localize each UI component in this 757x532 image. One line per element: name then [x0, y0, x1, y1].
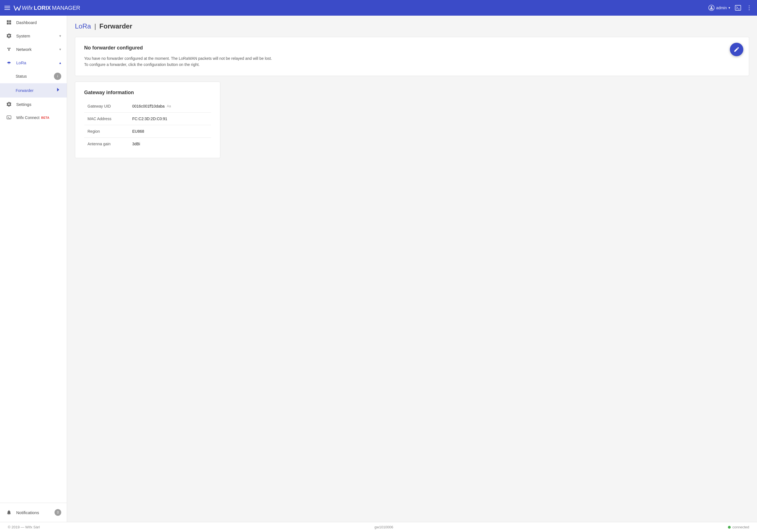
title-lora: LoRa: [75, 22, 91, 30]
logo-manager: MANAGER: [52, 5, 80, 11]
wifx-connect-icon: [6, 115, 12, 120]
no-forwarder-title: No forwarder configured: [84, 45, 740, 51]
title-forwarder: Forwarder: [100, 22, 132, 30]
bell-icon: [6, 510, 12, 515]
gateway-card-title: Gateway information: [84, 90, 211, 96]
connected-dot: [728, 526, 731, 529]
sidebar-sub-item-forwarder[interactable]: Forwarder: [0, 83, 67, 98]
gateway-id: gw1010006: [375, 525, 393, 529]
settings-gear-icon: [6, 102, 12, 107]
sidebar: Dashboard System ▾ Network ▾ LoRa ▴: [0, 15, 67, 522]
settings-label: Settings: [16, 102, 61, 107]
svg-point-3: [749, 10, 750, 10]
admin-menu[interactable]: admin ▾: [708, 5, 730, 11]
person-icon: [708, 5, 714, 11]
page-title: LoRa | Forwarder: [75, 22, 749, 30]
forwarder-label: Forwarder: [15, 88, 34, 93]
forwarder-active-arrow: [55, 87, 61, 94]
svg-point-9: [9, 64, 9, 64]
svg-point-1: [749, 6, 750, 6]
main-content: LoRa | Forwarder No forwarder configured…: [67, 15, 757, 522]
connection-status: connected: [728, 525, 749, 529]
more-button[interactable]: [746, 5, 752, 11]
copy-uid-icon[interactable]: Aa: [167, 104, 171, 108]
chevron-down-icon: ▾: [729, 6, 730, 10]
sidebar-bottom: Notifications 0: [0, 503, 67, 522]
connected-label: connected: [732, 525, 749, 529]
network-expand-icon: ▾: [59, 47, 61, 51]
region-value: EU868: [132, 129, 144, 133]
wifx-connect-label: Wifx Connect: [16, 115, 40, 120]
network-label: Network: [16, 47, 59, 52]
logo-wifx: Wifx: [14, 5, 33, 11]
lora-label: LoRa: [16, 60, 59, 65]
lora-icon: [6, 60, 12, 65]
beta-badge: BETA: [41, 116, 49, 119]
dashboard-label: Dashboard: [16, 20, 61, 25]
logo-lorix: LORIX: [34, 5, 51, 11]
footer: © 2019 — Wifx Sàrl gw1010006 connected: [0, 522, 757, 532]
svg-point-2: [749, 8, 750, 8]
region-row: Region EU868: [84, 125, 211, 138]
gateway-table: Gateway UID 0016c001ff10daba Aa MAC Addr…: [84, 100, 211, 150]
no-forwarder-line2: To configure a forwarder, click the conf…: [84, 62, 199, 67]
menu-button[interactable]: [5, 6, 10, 10]
grid-icon: [6, 19, 12, 25]
logo: Wifx LORIX MANAGER: [14, 5, 80, 11]
gateway-card: Gateway information Gateway UID 0016c001…: [75, 82, 220, 158]
header: Wifx LORIX MANAGER admin ▾: [0, 0, 757, 15]
gateway-uid-text: 0016c001ff10daba: [132, 104, 165, 108]
sidebar-sub-item-status[interactable]: Status i: [0, 69, 67, 83]
sidebar-item-dashboard[interactable]: Dashboard: [0, 15, 67, 29]
status-badge-icon: i: [54, 73, 61, 80]
admin-label: admin: [716, 6, 727, 10]
notifications-count: 0: [54, 509, 61, 516]
sidebar-item-lora[interactable]: LoRa ▴: [0, 56, 67, 69]
system-label: System: [16, 34, 59, 38]
no-forwarder-text: You have no forwarder configured at the …: [84, 55, 740, 68]
mac-address-row: MAC Address FC:C2:3D:2D:C0:91: [84, 113, 211, 125]
svg-line-8: [9, 48, 10, 50]
gateway-uid-value: 0016c001ff10daba Aa: [132, 104, 171, 108]
no-forwarder-card: No forwarder configured You have no forw…: [75, 37, 749, 76]
antenna-gain-key: Antenna gain: [87, 142, 132, 146]
region-key: Region: [87, 129, 132, 133]
notifications-label: Notifications: [16, 510, 54, 515]
network-icon: [6, 46, 12, 52]
lora-expand-icon: ▴: [59, 61, 61, 65]
title-sep: |: [94, 22, 96, 30]
mac-address-value: FC:C2:3D:2D:C0:91: [132, 116, 167, 121]
system-expand-icon: ▾: [59, 34, 61, 38]
terminal-button[interactable]: [735, 5, 742, 11]
svg-rect-10: [7, 116, 11, 119]
sidebar-item-system[interactable]: System ▾: [0, 29, 67, 43]
sidebar-item-network[interactable]: Network ▾: [0, 43, 67, 56]
main-layout: Dashboard System ▾ Network ▾ LoRa ▴: [0, 15, 757, 522]
no-forwarder-line1: You have no forwarder configured at the …: [84, 56, 272, 61]
gear-icon: [6, 33, 12, 39]
gateway-uid-row: Gateway UID 0016c001ff10daba Aa: [84, 100, 211, 113]
svg-line-7: [8, 48, 9, 50]
edit-forwarder-button[interactable]: [730, 43, 743, 56]
status-label: Status: [15, 74, 27, 78]
sidebar-item-wifx-connect[interactable]: Wifx Connect BETA: [0, 111, 67, 124]
pencil-icon: [734, 46, 740, 52]
svg-rect-0: [735, 5, 741, 10]
header-right: admin ▾: [708, 5, 752, 11]
antenna-gain-row: Antenna gain 3dBi: [84, 138, 211, 150]
gateway-uid-key: Gateway UID: [87, 104, 132, 108]
copyright: © 2019 — Wifx Sàrl: [8, 525, 40, 529]
sidebar-item-settings[interactable]: Settings: [0, 98, 67, 111]
sidebar-notifications[interactable]: Notifications 0: [0, 505, 67, 520]
mac-address-key: MAC Address: [87, 116, 132, 121]
antenna-gain-value: 3dBi: [132, 142, 140, 146]
